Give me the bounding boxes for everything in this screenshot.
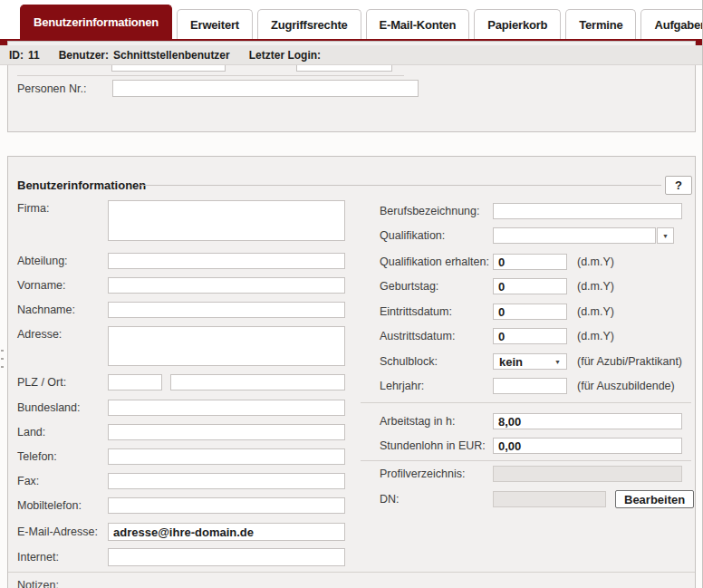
qualifikation-input[interactable]	[493, 227, 656, 244]
ort-input[interactable]	[170, 374, 345, 390]
tab-erweitert[interactable]: Erweitert	[177, 9, 253, 39]
schulblock-label: Schulblock:	[380, 355, 493, 368]
berufsbezeichnung-row: Berufsbezeichnung:	[380, 203, 682, 219]
divider	[140, 185, 661, 186]
vorname-input[interactable]	[108, 277, 345, 294]
vorname-label: Vorname:	[17, 279, 108, 292]
tab-papierkorb[interactable]: Papierkorb	[474, 9, 561, 39]
chevron-down-icon: ▼	[662, 233, 669, 239]
berufsbezeichnung-input[interactable]	[493, 203, 682, 219]
nachname-input[interactable]	[108, 302, 345, 318]
tab-benutzerinformationen[interactable]: Benutzerinformationen	[20, 5, 172, 39]
internet-input[interactable]	[108, 548, 345, 566]
bundesland-label: Bundesland:	[17, 401, 108, 414]
status-login-label: Letzter Login:	[249, 49, 321, 62]
schulblock-row: Schulblock: kein ▼ (für Azubi/Praktikant…	[380, 353, 682, 370]
schulblock-hint: (für Azubi/Praktikant)	[577, 355, 682, 368]
status-user: Benutzer:Schnittstellenbenutzer	[59, 49, 235, 62]
profilverzeichnis-label: Profilverzeichnis:	[380, 468, 493, 480]
qualifikation-dropdown-button[interactable]: ▼	[657, 227, 674, 244]
date-format-hint: (d.m.Y)	[577, 305, 614, 318]
tab-email-konten[interactable]: E-Mail-Konten	[366, 9, 470, 39]
berufsbezeichnung-label: Berufsbezeichnung:	[380, 205, 493, 217]
fax-row: Fax:	[17, 473, 345, 489]
status-id-label: ID:	[9, 49, 24, 62]
qualifikation-erhalten-label: Qualifikation erhalten:	[380, 255, 493, 268]
bundesland-input[interactable]	[108, 400, 345, 416]
section-title: Benutzerinformationen	[17, 178, 146, 192]
telefon-input[interactable]	[108, 448, 345, 465]
personen-nr-row: Personen Nr.:	[17, 80, 419, 97]
internet-row: Internet:	[17, 548, 345, 566]
tab-termine[interactable]: Termine	[565, 9, 636, 39]
dn-label: DN:	[380, 493, 493, 506]
fax-input[interactable]	[108, 473, 345, 489]
vorname-row: Vorname:	[17, 277, 345, 294]
geburtstag-label: Geburtstag:	[380, 280, 493, 293]
status-id-value: 11	[28, 49, 40, 62]
divider	[361, 460, 691, 461]
plz-input[interactable]	[108, 374, 162, 390]
dn-row: DN: Bearbeiten	[380, 490, 694, 508]
tab-bar: Benutzerinformationen Erweitert Zugriffs…	[0, 0, 702, 39]
austrittsdatum-input[interactable]	[493, 328, 567, 344]
personen-nr-input[interactable]	[112, 80, 419, 97]
email-row: E-Mail-Adresse:	[17, 523, 345, 541]
date-format-hint: (d.m.Y)	[577, 280, 614, 293]
splitter-handle[interactable]	[1, 350, 4, 373]
schulblock-select[interactable]: kein ▼	[493, 353, 567, 370]
notizen-label: Notizen:	[17, 579, 59, 588]
plz-ort-row: PLZ / Ort:	[17, 374, 345, 390]
mobiltelefon-label: Mobiltelefon:	[17, 499, 108, 512]
date-format-hint: (d.m.Y)	[577, 330, 614, 342]
eintrittsdatum-input[interactable]	[493, 304, 567, 320]
help-button[interactable]: ?	[665, 176, 692, 195]
land-label: Land:	[17, 426, 108, 439]
arbeitstag-input[interactable]	[493, 413, 682, 429]
chevron-down-icon: ▼	[554, 359, 561, 365]
lehrjahr-row: Lehrjahr: (für Auszubildende)	[380, 378, 675, 394]
firma-row: Firma:	[17, 200, 345, 241]
geburtstag-row: Geburtstag: (d.m.Y)	[380, 278, 614, 294]
eintrittsdatum-label: Eintrittsdatum:	[380, 305, 493, 318]
abteilung-input[interactable]	[108, 253, 345, 269]
arbeitstag-label: Arbeitstag in h:	[380, 415, 493, 428]
adresse-row: Adresse:	[17, 326, 345, 366]
email-input[interactable]	[108, 523, 345, 541]
status-bar: ID:11 Benutzer:Schnittstellenbenutzer Le…	[0, 45, 702, 65]
status-login: Letzter Login:	[249, 49, 330, 62]
arbeitstag-row: Arbeitstag in h:	[380, 413, 682, 429]
nachname-label: Nachname:	[17, 304, 108, 316]
date-format-hint: (d.m.Y)	[577, 255, 614, 268]
profilverzeichnis-input	[493, 466, 682, 482]
bearbeiten-button[interactable]: Bearbeiten	[615, 490, 694, 508]
internet-label: Internet:	[17, 551, 108, 564]
divider	[8, 572, 695, 573]
land-input[interactable]	[108, 424, 345, 440]
schulblock-selected-value: kein	[499, 355, 523, 369]
divider	[361, 402, 691, 403]
adresse-input[interactable]	[108, 326, 345, 366]
qualifikation-erhalten-input[interactable]	[493, 254, 567, 270]
dn-input	[493, 491, 606, 507]
profilverzeichnis-row: Profilverzeichnis:	[380, 466, 682, 482]
qualifikation-erhalten-row: Qualifikation erhalten: (d.m.Y)	[380, 254, 614, 270]
telefon-label: Telefon:	[17, 450, 108, 463]
eintrittsdatum-row: Eintrittsdatum: (d.m.Y)	[380, 304, 614, 320]
tab-aufgaben[interactable]: Aufgaben	[640, 9, 703, 39]
lehrjahr-input[interactable]	[493, 378, 567, 394]
stundenlohn-row: Stundenlohn in EUR:	[380, 438, 682, 454]
land-row: Land:	[17, 424, 345, 440]
tab-zugriffsrechte[interactable]: Zugriffsrechte	[257, 9, 361, 39]
abteilung-row: Abteilung:	[17, 253, 345, 269]
austrittsdatum-row: Austrittsdatum: (d.m.Y)	[380, 328, 614, 344]
stundenlohn-label: Stundenlohn in EUR:	[380, 439, 493, 452]
firma-input[interactable]	[108, 200, 345, 241]
mobiltelefon-input[interactable]	[108, 497, 345, 514]
geburtstag-input[interactable]	[493, 278, 567, 294]
stundenlohn-input[interactable]	[493, 438, 682, 454]
benutzerinformationen-section: Benutzerinformationen ? Firma: Abteilung…	[7, 156, 696, 588]
bundesland-row: Bundesland:	[17, 400, 345, 416]
nachname-row: Nachname:	[17, 302, 345, 318]
plz-ort-label: PLZ / Ort:	[17, 376, 108, 389]
